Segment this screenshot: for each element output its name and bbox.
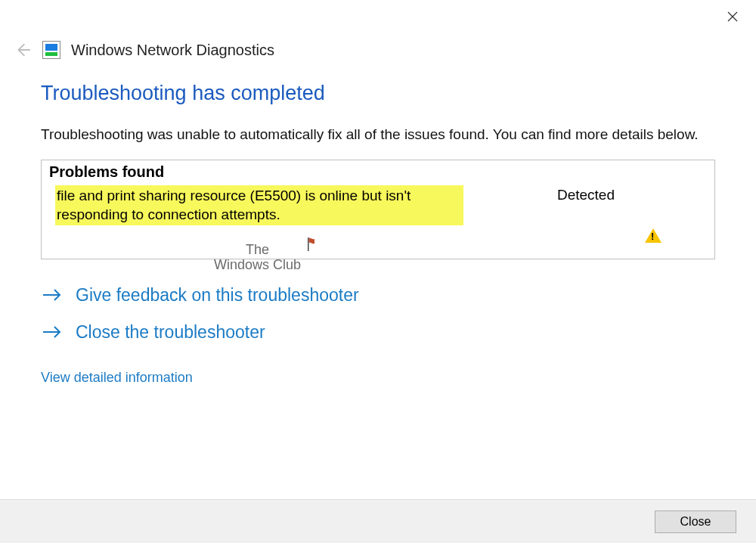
problem-status: Detected	[557, 185, 705, 203]
problem-row: file and print sharing resource (E5500) …	[42, 182, 714, 225]
window-title: Windows Network Diagnostics	[71, 42, 274, 59]
give-feedback-link[interactable]: Give feedback on this troubleshooter	[41, 285, 715, 306]
problem-description: file and print sharing resource (E5500) …	[55, 185, 463, 225]
flag-icon	[308, 237, 318, 255]
view-detailed-info-link[interactable]: View detailed information	[41, 370, 715, 386]
actions-list: Give feedback on this troubleshooter Clo…	[41, 285, 715, 343]
header: Windows Network Diagnostics	[0, 41, 756, 59]
footer-bar: Close	[0, 499, 756, 543]
warning-icon	[645, 228, 662, 243]
page-title: Troubleshooting has completed	[41, 82, 715, 105]
close-troubleshooter-link[interactable]: Close the troubleshooter	[41, 322, 715, 343]
svg-rect-2	[308, 237, 309, 251]
problems-heading: Problems found	[42, 160, 714, 182]
summary-text: Troubleshooting was unable to automatica…	[41, 125, 715, 144]
arrow-right-icon	[41, 286, 64, 304]
watermark: The Windows Club	[214, 242, 301, 273]
problems-found-box: Problems found file and print sharing re…	[41, 160, 715, 259]
close-button[interactable]: Close	[655, 510, 736, 533]
arrow-right-icon	[41, 323, 64, 341]
troubleshooter-window: Windows Network Diagnostics Troubleshoot…	[0, 0, 756, 543]
watermark-line1: The	[246, 242, 269, 257]
network-diagnostics-icon	[42, 41, 60, 59]
back-arrow-icon[interactable]	[14, 41, 32, 59]
close-icon[interactable]	[720, 6, 745, 27]
watermark-line2: Windows Club	[214, 257, 301, 272]
content-area: Troubleshooting has completed Troublesho…	[41, 82, 715, 386]
close-troubleshooter-label: Close the troubleshooter	[76, 322, 265, 343]
give-feedback-label: Give feedback on this troubleshooter	[76, 285, 359, 306]
